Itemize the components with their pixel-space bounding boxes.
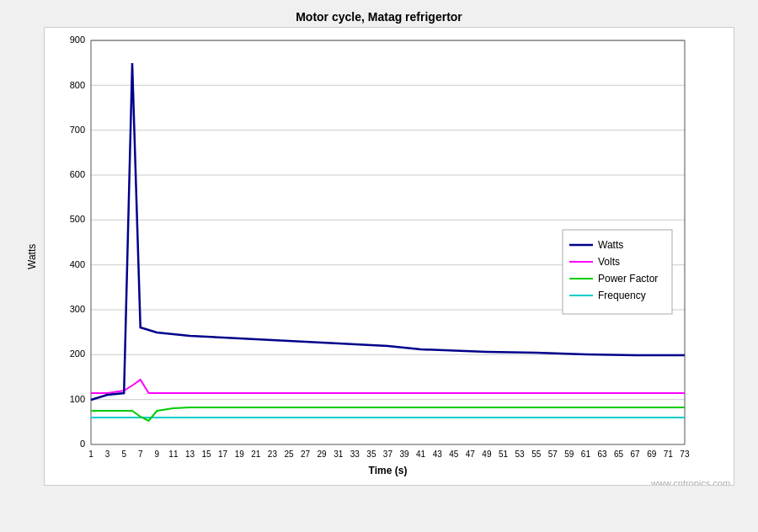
power-factor-line <box>91 407 685 421</box>
svg-text:9: 9 <box>155 450 160 459</box>
svg-text:11: 11 <box>168 450 179 459</box>
chart-area: Watts <box>24 27 734 486</box>
svg-text:Power Factor: Power Factor <box>598 273 658 285</box>
svg-text:45: 45 <box>449 450 459 459</box>
svg-text:63: 63 <box>597 450 607 459</box>
svg-text:200: 200 <box>70 348 85 359</box>
svg-text:1: 1 <box>88 450 93 459</box>
svg-text:33: 33 <box>350 450 360 459</box>
svg-text:500: 500 <box>70 214 85 224</box>
svg-text:15: 15 <box>202 450 212 459</box>
svg-text:39: 39 <box>399 450 409 459</box>
svg-text:47: 47 <box>466 450 476 459</box>
svg-text:3: 3 <box>105 450 110 459</box>
svg-text:5: 5 <box>121 450 126 459</box>
svg-text:13: 13 <box>185 450 195 459</box>
svg-text:37: 37 <box>383 450 393 459</box>
svg-text:21: 21 <box>251 450 261 459</box>
svg-text:57: 57 <box>548 450 558 459</box>
svg-text:Time (s): Time (s) <box>369 465 408 476</box>
svg-text:600: 600 <box>70 169 85 179</box>
chart-container: Motor cycle, Matag refrigertor Watts <box>0 0 758 532</box>
svg-text:71: 71 <box>664 450 674 459</box>
svg-text:25: 25 <box>284 450 294 459</box>
svg-text:49: 49 <box>482 450 492 459</box>
svg-text:27: 27 <box>301 450 311 459</box>
svg-text:Volts: Volts <box>598 256 620 268</box>
volts-line <box>91 380 685 393</box>
svg-text:51: 51 <box>499 450 509 459</box>
svg-text:55: 55 <box>531 450 542 459</box>
svg-text:73: 73 <box>680 450 690 459</box>
svg-text:400: 400 <box>70 259 85 269</box>
svg-text:700: 700 <box>70 125 85 135</box>
svg-text:31: 31 <box>334 450 344 459</box>
svg-text:Frequency: Frequency <box>598 290 646 301</box>
svg-text:67: 67 <box>631 450 641 459</box>
svg-text:65: 65 <box>614 450 624 459</box>
svg-text:800: 800 <box>70 80 85 90</box>
svg-text:41: 41 <box>416 450 426 459</box>
svg-text:Watts: Watts <box>598 239 623 251</box>
y-axis-label: Watts <box>24 27 40 486</box>
svg-text:59: 59 <box>564 450 574 459</box>
svg-text:17: 17 <box>218 450 228 459</box>
svg-text:53: 53 <box>515 450 526 459</box>
chart-inner: 900 800 700 600 500 400 300 200 100 0 1 … <box>44 27 734 486</box>
svg-text:35: 35 <box>366 450 376 459</box>
svg-text:100: 100 <box>70 394 85 404</box>
svg-text:0: 0 <box>80 439 85 449</box>
svg-text:19: 19 <box>235 450 245 459</box>
svg-text:7: 7 <box>138 450 143 459</box>
chart-svg: 900 800 700 600 500 400 300 200 100 0 1 … <box>44 27 734 486</box>
svg-text:29: 29 <box>318 450 328 459</box>
svg-text:300: 300 <box>70 304 85 314</box>
svg-text:61: 61 <box>581 450 591 459</box>
svg-text:43: 43 <box>433 450 443 459</box>
chart-title: Motor cycle, Matag refrigertor <box>296 10 462 24</box>
svg-text:900: 900 <box>70 35 85 45</box>
svg-text:www.cntronics.com: www.cntronics.com <box>650 478 730 486</box>
svg-text:23: 23 <box>268 450 278 459</box>
svg-text:69: 69 <box>647 450 657 459</box>
